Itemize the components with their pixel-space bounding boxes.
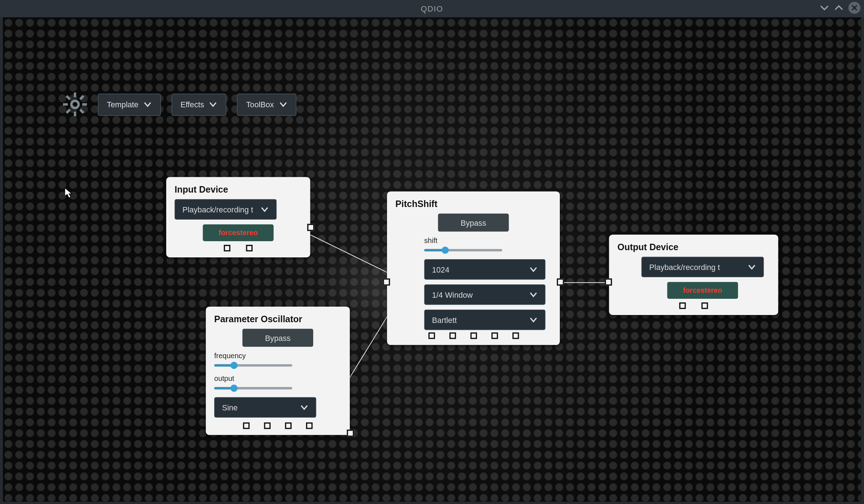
window-title: QDIO — [421, 4, 443, 13]
chevron-down-icon — [260, 205, 269, 213]
port-bottom[interactable] — [449, 332, 456, 339]
template-dropdown[interactable]: Template — [98, 93, 161, 116]
shift-label: shift — [424, 237, 551, 245]
svg-rect-12 — [66, 95, 71, 100]
port-bottom[interactable] — [491, 332, 498, 339]
svg-rect-6 — [74, 93, 76, 97]
port-bottom[interactable] — [470, 332, 477, 339]
svg-rect-7 — [74, 112, 76, 116]
bypass-button[interactable]: Bypass — [438, 213, 509, 231]
select-value: Playback/recording t — [649, 262, 720, 271]
svg-point-5 — [71, 101, 78, 108]
gear-icon[interactable] — [63, 93, 87, 117]
node-output-device[interactable]: Output Device Playback/recording t force… — [609, 235, 778, 315]
titlebar: QDIO — [0, 0, 864, 17]
forcestereo-label: forcestereo — [683, 286, 722, 294]
titlebar-controls — [820, 2, 860, 14]
node-title: PitchShift — [395, 199, 551, 209]
chevron-down-icon — [143, 100, 152, 108]
chevron-down-icon — [748, 263, 756, 271]
port-in-left[interactable] — [383, 278, 390, 285]
select-value: 1024 — [432, 265, 449, 274]
node-input-device[interactable]: Input Device Playback/recording t forces… — [166, 177, 310, 257]
mouse-cursor — [65, 188, 73, 199]
chevron-down-icon — [209, 100, 217, 108]
close-button[interactable] — [849, 2, 860, 14]
close-icon — [851, 4, 858, 12]
port-bottom[interactable] — [243, 422, 249, 429]
svg-rect-10 — [79, 95, 84, 100]
effects-label: Effects — [180, 100, 204, 109]
node-parameter-oscillator[interactable]: Parameter Oscillator Bypass frequency ou… — [206, 307, 350, 435]
output-device-select[interactable]: Playback/recording t — [642, 257, 764, 277]
port-bottom[interactable] — [306, 422, 312, 429]
chevron-down-icon — [300, 403, 308, 411]
port-bottom[interactable] — [701, 302, 708, 309]
select-value: Playback/recording t — [183, 205, 253, 214]
window-size-select[interactable]: 1/4 Window — [424, 284, 545, 305]
template-label: Template — [107, 100, 139, 109]
node-pitchshift[interactable]: PitchShift Bypass shift 1024 — [387, 192, 560, 345]
select-value: Bartlett — [432, 315, 457, 324]
port-bottom[interactable] — [512, 332, 519, 339]
fft-size-select[interactable]: 1024 — [424, 259, 545, 280]
canvas-frame: Template Effects ToolBox Input Device Pl… — [3, 17, 861, 501]
effects-dropdown[interactable]: Effects — [171, 93, 226, 116]
port-bottom[interactable] — [285, 422, 292, 429]
frequency-slider[interactable] — [214, 361, 292, 369]
bypass-label: Bypass — [460, 218, 486, 227]
shift-slider[interactable] — [424, 246, 502, 254]
node-canvas[interactable]: Template Effects ToolBox Input Device Pl… — [3, 17, 861, 501]
port-out-right[interactable] — [307, 224, 314, 231]
svg-rect-9 — [82, 103, 87, 106]
chevron-down-icon — [529, 316, 537, 324]
minimize-icon[interactable] — [820, 3, 829, 13]
port-bottom[interactable] — [246, 245, 252, 251]
input-device-select[interactable]: Playback/recording t — [175, 199, 276, 220]
forcestereo-toggle[interactable]: forcestereo — [203, 224, 274, 241]
window-type-select[interactable]: Bartlett — [424, 310, 545, 330]
node-title: Output Device — [617, 242, 770, 252]
select-value: Sine — [222, 403, 238, 412]
chevron-down-icon — [279, 100, 287, 108]
port-bottom[interactable] — [428, 332, 435, 339]
port-bottom[interactable] — [224, 245, 230, 251]
output-label: output — [214, 374, 341, 383]
port-out-right[interactable] — [557, 278, 564, 285]
port-bottom[interactable] — [264, 422, 270, 429]
frequency-label: frequency — [214, 352, 341, 360]
node-title: Parameter Oscillator — [214, 314, 341, 324]
svg-rect-8 — [63, 103, 68, 106]
bypass-label: Bypass — [265, 333, 291, 342]
port-out-right[interactable] — [347, 429, 354, 437]
port-in-left[interactable] — [605, 278, 612, 285]
svg-marker-14 — [65, 188, 72, 198]
bypass-button[interactable]: Bypass — [242, 329, 313, 347]
svg-rect-13 — [79, 109, 84, 114]
forcestereo-toggle[interactable]: forcestereo — [667, 282, 738, 299]
toolbox-dropdown[interactable]: ToolBox — [237, 93, 296, 116]
node-title: Input Device — [175, 184, 302, 194]
forcestereo-label: forcestereo — [219, 229, 258, 237]
select-value: 1/4 Window — [432, 290, 473, 299]
maximize-icon[interactable] — [834, 3, 844, 13]
chevron-down-icon — [529, 265, 537, 274]
toolbox-label: ToolBox — [246, 100, 274, 109]
port-bottom[interactable] — [679, 302, 686, 309]
svg-rect-11 — [66, 109, 71, 114]
app-window: QDIO — [0, 0, 864, 504]
wave-select[interactable]: Sine — [214, 397, 316, 418]
top-toolbar: Template Effects ToolBox — [63, 93, 296, 117]
output-slider[interactable] — [214, 384, 292, 392]
chevron-down-icon — [529, 291, 537, 299]
